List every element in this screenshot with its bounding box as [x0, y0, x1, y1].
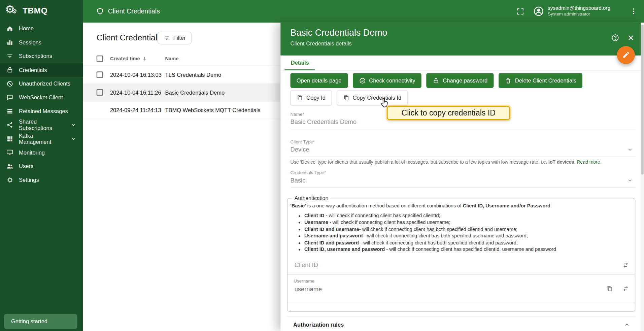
chevron-up-icon[interactable]: [623, 322, 631, 329]
copy-icon: [297, 95, 303, 101]
client-type-select[interactable]: Client Type* Device: [291, 139, 636, 157]
copy-credentials-id-button[interactable]: Copy Credentials Id: [337, 90, 408, 105]
block-icon: [6, 80, 13, 88]
open-details-page-button[interactable]: Open details page: [291, 73, 348, 88]
client-type-value: Device: [291, 144, 636, 156]
app-logo[interactable]: ⚙⚙ TBMQ: [0, 0, 83, 22]
sidebar-item-home[interactable]: Home: [0, 22, 83, 36]
sort-desc-icon[interactable]: [142, 56, 147, 61]
delete-client-credentials-button[interactable]: Delete Client Credentials: [499, 73, 582, 88]
app-root: ⚙⚙ TBMQ Home Sessions Subscriptions Cred…: [0, 0, 644, 331]
action-buttons-row: Open details page Check connectivity Cha…: [291, 73, 636, 88]
credentials-type-label: Credentials Type*: [291, 170, 636, 175]
select-all-checkbox[interactable]: [97, 55, 103, 62]
read-more-link[interactable]: Read more.: [577, 159, 601, 164]
drawer-tabs: Details: [280, 56, 644, 71]
username-field-row: Username: [287, 275, 635, 303]
row-checkbox[interactable]: [97, 71, 103, 78]
client-id-input[interactable]: [294, 261, 581, 269]
topbar-title: Client Credentials: [96, 7, 160, 15]
sidebar-item-settings[interactable]: Settings: [0, 173, 83, 187]
chevron-down-icon[interactable]: [627, 147, 633, 153]
avatar[interactable]: [533, 6, 544, 17]
sidebar-item-subscriptions[interactable]: Subscriptions: [0, 49, 83, 63]
credentials-type-value: Basic: [291, 175, 636, 187]
monitor-icon: [6, 149, 13, 156]
sidebar-item-label: Shared Subscriptions: [19, 119, 65, 131]
getting-started-label: Getting started: [11, 319, 47, 325]
filter-icon: [164, 35, 170, 41]
storage-icon: [6, 107, 13, 115]
sidebar-item-unauthorized-clients[interactable]: Unauthorized Clients: [0, 77, 83, 91]
app-logo-text: TBMQ: [23, 6, 47, 15]
username-input[interactable]: [294, 285, 565, 293]
authorization-rules-label: Authorization rules: [293, 322, 344, 328]
list-item: Username - will check if connecting clie…: [304, 219, 635, 226]
sidebar-item-users[interactable]: Users: [0, 159, 83, 173]
sidebar-item-label: Credentials: [19, 67, 47, 73]
hint-text: Use 'Device' type for clients that usual…: [291, 159, 548, 164]
sidebar-item-sessions[interactable]: Sessions: [0, 36, 83, 49]
chevron-down-icon: [70, 135, 77, 142]
row-checkbox[interactable]: [97, 89, 103, 96]
details-drawer: Basic Credentials Demo Client Credential…: [280, 23, 644, 331]
sidebar-item-shared-subscriptions[interactable]: Shared Subscriptions: [0, 118, 83, 132]
sidebar-item-label: Retained Messages: [19, 108, 68, 114]
tbmq-logo-icon: ⚙⚙: [6, 4, 19, 18]
annotation-tooltip: Click to copy credentials ID: [387, 106, 510, 120]
chevron-down-icon[interactable]: [627, 177, 633, 183]
scrollbar-thumb[interactable]: [641, 25, 643, 174]
close-icon[interactable]: [627, 34, 635, 42]
intro-bold: 'Basic': [291, 203, 306, 209]
drawer-subtitle: Client Credentials details: [291, 41, 352, 47]
bar-chart-icon: [6, 39, 13, 46]
credentials-type-select[interactable]: Credentials Type* Basic: [291, 170, 636, 188]
sidebar-item-kafka-management[interactable]: Kafka Management: [0, 132, 83, 146]
grid-icon: [6, 135, 13, 142]
sidebar: ⚙⚙ TBMQ Home Sessions Subscriptions Cred…: [0, 0, 83, 331]
copy-id-button[interactable]: Copy Id: [291, 90, 332, 105]
vertical-scrollbar[interactable]: [641, 23, 644, 331]
list-item: Client ID, username and password - will …: [304, 246, 635, 253]
change-password-button[interactable]: Change password: [427, 73, 494, 88]
authentication-legend: Authentication: [292, 195, 331, 201]
authentication-intro: 'Basic' is a one-way authentication meth…: [291, 203, 631, 209]
sidebar-item-credentials[interactable]: Credentials: [0, 63, 83, 77]
sidebar-item-monitoring[interactable]: Monitoring: [0, 145, 83, 159]
generate-swap-icon[interactable]: [622, 285, 629, 292]
authorization-rules-section[interactable]: Authorization rules: [287, 316, 636, 331]
topbar-title-text: Client Credentials: [108, 8, 160, 15]
button-label: Copy Credentials Id: [352, 95, 401, 101]
pencil-icon: [622, 51, 630, 59]
button-label: Change password: [443, 77, 487, 84]
generate-swap-icon[interactable]: [622, 262, 629, 269]
button-label: Copy Id: [306, 95, 326, 101]
more-menu-icon[interactable]: [630, 7, 637, 15]
list-item: Client ID and password - will check if c…: [304, 239, 635, 246]
copy-icon[interactable]: [606, 285, 613, 292]
user-info: sysadmin@thingsboard.org System administ…: [548, 5, 610, 18]
sidebar-item-websocket-client[interactable]: WebSocket Client: [0, 91, 83, 104]
trash-icon: [505, 77, 512, 84]
filter-lines-icon: [6, 53, 13, 60]
people-icon: [6, 163, 13, 170]
sidebar-item-label: Sessions: [19, 39, 41, 45]
edit-fab[interactable]: [617, 46, 635, 64]
topbar-right: sysadmin@thingsboard.org System administ…: [516, 5, 644, 18]
chevron-down-icon: [70, 122, 77, 128]
column-header-created-time[interactable]: Created time: [110, 56, 140, 61]
sidebar-item-retained-messages[interactable]: Retained Messages: [0, 104, 83, 118]
tab-details[interactable]: Details: [284, 56, 315, 70]
help-icon[interactable]: [611, 34, 619, 42]
copy-icon: [343, 95, 349, 101]
shield-icon: [96, 7, 104, 15]
sidebar-item-label: Monitoring: [19, 150, 45, 156]
getting-started-button[interactable]: Getting started: [4, 314, 77, 329]
sidebar-item-label: Users: [19, 163, 33, 169]
sidebar-item-label: WebSocket Client: [19, 94, 63, 100]
filter-button[interactable]: Filter: [157, 32, 192, 44]
gear-icon: [6, 176, 13, 184]
fullscreen-icon[interactable]: [516, 7, 524, 15]
client-type-hint: Use 'Device' type for clients that usual…: [291, 159, 640, 165]
check-connectivity-button[interactable]: Check connectivity: [352, 73, 421, 88]
